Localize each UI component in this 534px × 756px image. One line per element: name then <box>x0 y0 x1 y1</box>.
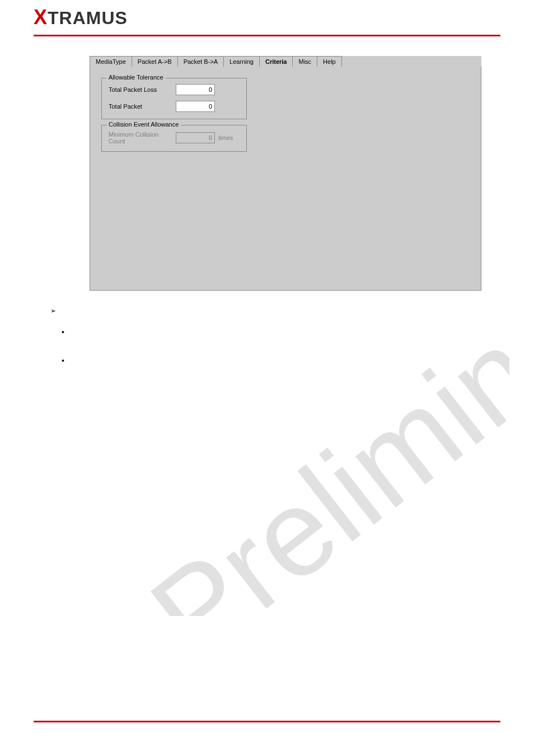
groupbox-title-collision: Collision Event Allowance <box>106 121 181 128</box>
suffix-times: times <box>218 134 233 141</box>
bullet-dot-1: • <box>62 321 64 343</box>
label-min-collision-count: Minimum Collision Count <box>109 131 176 144</box>
input-min-collision-count <box>176 132 215 143</box>
groupbox-collision-event: Collision Event Allowance Minimum Collis… <box>101 125 247 152</box>
bullet-list: ➢ • • <box>50 307 64 372</box>
tab-help[interactable]: Help <box>317 56 342 67</box>
label-total-packet: Total Packet <box>109 103 176 110</box>
logo-x: X <box>34 6 48 29</box>
label-total-packet-loss: Total Packet Loss <box>109 86 176 93</box>
groupbox-allowable-tolerance: Allowable Tolerance Total Packet Loss To… <box>101 78 247 119</box>
groupbox-title-tolerance: Allowable Tolerance <box>106 74 166 81</box>
tab-packet-b-a[interactable]: Packet B->A <box>177 56 224 67</box>
bullet-dot-2: • <box>62 350 64 372</box>
dialog-panel: MediaType Packet A->B Packet B->A Learni… <box>90 56 481 291</box>
tab-mediatype[interactable]: MediaType <box>90 56 132 67</box>
row-total-packet-loss: Total Packet Loss <box>109 84 240 95</box>
input-total-packet[interactable] <box>176 101 215 112</box>
tab-packet-a-b[interactable]: Packet A->B <box>132 56 178 67</box>
tab-misc[interactable]: Misc <box>292 56 317 67</box>
row-total-packet: Total Packet <box>109 101 240 112</box>
bullet-arrow: ➢ <box>50 307 64 315</box>
input-total-packet-loss[interactable] <box>176 84 215 95</box>
footer-divider <box>34 721 500 722</box>
row-min-collision-count: Minimum Collision Count times <box>109 131 240 144</box>
brand-logo: XTRAMUS <box>34 6 500 29</box>
tab-content-criteria: Allowable Tolerance Total Packet Loss To… <box>90 67 481 291</box>
tab-criteria[interactable]: Criteria <box>259 56 293 67</box>
tab-learning[interactable]: Learning <box>223 56 260 67</box>
header-divider <box>34 35 500 36</box>
logo-rest: TRAMUS <box>48 8 128 28</box>
tab-bar: MediaType Packet A->B Packet B->A Learni… <box>90 56 481 67</box>
